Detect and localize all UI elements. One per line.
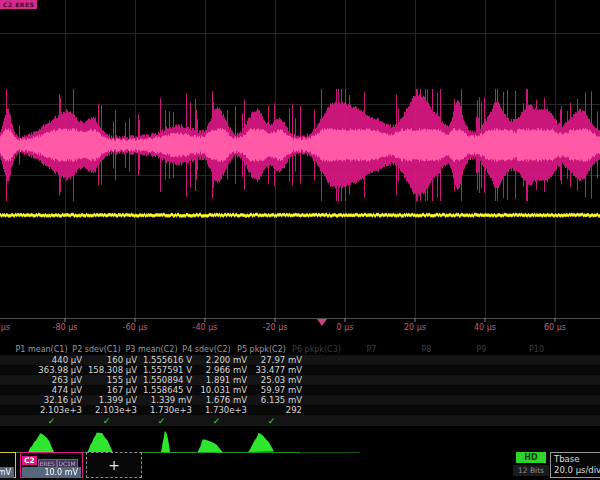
- measure-value-cell: 1.557591 V: [137, 365, 192, 375]
- time-axis: -100 µs-80 µs-60 µs-40 µs-20 µs0 µs20 µs…: [0, 318, 600, 336]
- measure-value-cell: 440 µV: [27, 355, 82, 365]
- time-axis-label: -100 µs: [0, 323, 10, 332]
- measure-column-header[interactable]: P10: [509, 345, 564, 354]
- measure-value-cell: 32.16 µV: [27, 395, 82, 405]
- time-axis-label: -80 µs: [53, 323, 78, 332]
- measure-value-cell: 1.558645 V: [137, 385, 192, 395]
- measure-value-cell: 25.03 mV: [247, 375, 302, 385]
- measure-value-cell: 167 µV: [82, 385, 137, 395]
- trace-annotation-badge: C2 ERES: [0, 0, 37, 9]
- timebase-descriptor-box[interactable]: Tbase 20.0 µs/div: [550, 452, 600, 478]
- measure-value-cell: 33.477 mV: [247, 365, 302, 375]
- measure-value-cell: 2.966 mV: [192, 365, 247, 375]
- time-axis-tick: [415, 318, 416, 322]
- measure-value-cell: 1.676 mV: [192, 395, 247, 405]
- measure-status-check: ✓: [244, 416, 299, 426]
- measurement-histicons[interactable]: [0, 428, 600, 454]
- measure-value-cell: 1.730e+3: [192, 405, 247, 415]
- time-axis-tick: [205, 318, 206, 322]
- time-axis-label: 0 µs: [337, 323, 354, 332]
- measure-value-cell: 27.97 mV: [247, 355, 302, 365]
- channel-c2-descriptor-box[interactable]: C2 ERESDC1M 10.0 mV: [20, 452, 83, 478]
- timebase-label: Tbase: [551, 453, 600, 465]
- oscilloscope-screen: C2 ERES -100 µs-80 µs-60 µs-40 µs-20 µs0…: [0, 0, 600, 480]
- measure-value-cell: 474 µV: [27, 385, 82, 395]
- time-axis-tick: [345, 318, 346, 322]
- measure-status-check: ✓: [134, 416, 189, 426]
- measure-column-header[interactable]: P9: [454, 345, 509, 354]
- time-axis-tick: [135, 318, 136, 322]
- measure-value-cell: 158.308 µV: [82, 365, 137, 375]
- measure-value-cell: 263 µV: [27, 375, 82, 385]
- measure-column-header[interactable]: P7: [344, 345, 399, 354]
- measure-value-cell: 2.103e+3: [82, 405, 137, 415]
- channel-c2-volts-per-div: 10.0 mV: [22, 467, 81, 478]
- measure-value-cell: 2.200 mV: [192, 355, 247, 365]
- measure-column-header[interactable]: P8: [399, 345, 454, 354]
- hd-bits-label: 12 Bits: [513, 465, 549, 476]
- measure-value-cell: 1.339 mV: [137, 395, 192, 405]
- measure-value-cell: 1.730e+3: [137, 405, 192, 415]
- measure-value-cell: 363.98 µV: [27, 365, 82, 375]
- measure-value-cell: 155 µV: [82, 375, 137, 385]
- time-axis-label: 40 µs: [474, 323, 496, 332]
- time-axis-label: 20 µs: [404, 323, 426, 332]
- measure-value-cell: 1.399 µV: [82, 395, 137, 405]
- measure-value-cell: 292: [247, 405, 302, 415]
- measure-column-header[interactable]: P2 sdev(C1): [69, 345, 124, 354]
- time-axis-tick: [275, 318, 276, 322]
- channel-c2-label: C2: [22, 456, 37, 465]
- measure-column-header[interactable]: P4 sdev(C2): [179, 345, 234, 354]
- measure-status-check: ✓: [24, 416, 79, 426]
- time-axis-tick: [555, 318, 556, 322]
- measure-column-header[interactable]: P6 pkpk(C3): [289, 345, 344, 354]
- measure-value-cell: 1.555616 V: [137, 355, 192, 365]
- measure-status-check: ✓: [79, 416, 134, 426]
- measure-value-cell: 1.891 mV: [192, 375, 247, 385]
- measure-value-cell: 160 µV: [82, 355, 137, 365]
- measurement-table: P1 mean(C1)P2 sdev(C1)P3 mean(C2)P4 sdev…: [0, 344, 600, 426]
- time-axis-tick: [485, 318, 486, 322]
- measure-column-header[interactable]: P3 mean(C2): [124, 345, 179, 354]
- measure-value-cell: 2.103e+3: [27, 405, 82, 415]
- measure-value-cell: 6.135 mV: [247, 395, 302, 405]
- measure-value-cell: 59.97 mV: [247, 385, 302, 395]
- timebase-value: 20.0 µs/div: [551, 465, 600, 476]
- time-axis-label: -60 µs: [123, 323, 148, 332]
- measure-column-header[interactable]: P1 mean(C1): [14, 345, 69, 354]
- add-trace-button[interactable]: +: [86, 452, 142, 478]
- waveform-display[interactable]: [0, 0, 600, 318]
- channel-c1-descriptor-box[interactable]: C1 DC1M 10.0 mV: [0, 452, 16, 478]
- time-axis-label: -40 µs: [193, 323, 218, 332]
- hd-mode-badge: HD: [516, 452, 546, 463]
- measure-value-cell: 1.550894 V: [137, 375, 192, 385]
- channel-c1-volts-per-div: 10.0 mV: [0, 467, 14, 478]
- measure-status-check: ✓: [189, 416, 244, 426]
- measure-value-cell: 10.031 mV: [192, 385, 247, 395]
- time-axis-label: 60 µs: [544, 323, 566, 332]
- time-axis-tick: [65, 318, 66, 322]
- measure-column-header[interactable]: P5 pkpk(C2): [234, 345, 289, 354]
- trigger-position-marker[interactable]: [317, 319, 327, 326]
- time-axis-label: -20 µs: [263, 323, 288, 332]
